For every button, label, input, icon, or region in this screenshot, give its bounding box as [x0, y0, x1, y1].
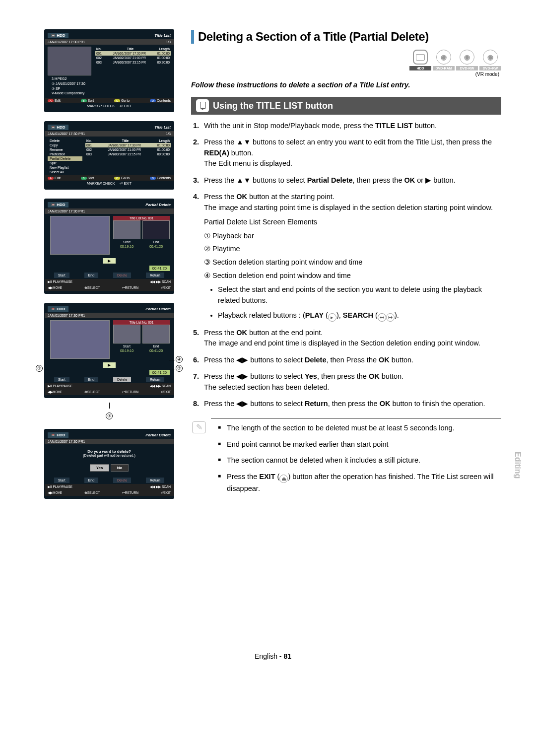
disc-dvd-rw: ◉DVD-RW: [456, 50, 478, 70]
step-1: With the unit in Stop mode/Playback mode…: [193, 121, 501, 131]
screenshot-delete-confirm: 📼 HDDPartial Delete JAN/01/2007 17:30 PR…: [45, 429, 174, 498]
page-footer: English - 81: [45, 652, 501, 660]
page-title: Deleting a Section of a Title (Partial D…: [191, 30, 501, 44]
screen-elements-list: ① Playback bar ② Playtime ③ Section dele…: [204, 230, 501, 282]
main-content: Deleting a Section of a Title (Partial D…: [191, 30, 501, 508]
section-side-label: Editing: [513, 452, 522, 479]
step-7: Press the ◀▶ buttons to select Yes, then…: [193, 371, 501, 393]
screenshot-partial-delete-start: 📼 HDDPartial Delete JAN/01/2007 17:30 PR…: [45, 199, 174, 293]
sub-heading-title-list-button: Using the TITLE LIST button: [191, 97, 501, 115]
step-3: Press the ▲▼ buttons to select Partial D…: [193, 175, 501, 186]
screenshot-partial-delete-labeled: 📼 HDDPartial Delete JAN/01/2007 17:30 PR…: [45, 303, 174, 398]
disc-dvd-ram: ◉DVD-RAM: [433, 50, 455, 70]
search-back-icon: ↤: [378, 313, 386, 322]
step-4: Press the OK button at the starting poin…: [193, 192, 501, 321]
vr-mode-label: (VR mode): [191, 71, 501, 77]
step-8: Press the ◀▶ buttons to select Return, t…: [193, 399, 501, 409]
note-4: Press the EXIT (⏏) button after the oper…: [218, 471, 501, 494]
step-4-bullets: Select the start and end points of the s…: [218, 284, 501, 322]
play-icon: ▸: [328, 313, 336, 322]
screen-elements-caption: Partial Delete List Screen Elements: [204, 217, 501, 227]
exit-icon: ⏏: [279, 475, 288, 483]
screenshot-title-list: 📼 HDDTitle List JAN/01/2007 17:30 PR11/3…: [45, 30, 174, 112]
step-2: Press the ▲▼ buttons to select an entry …: [193, 137, 501, 169]
step-6: Press the ◀▶ buttons to select Delete, t…: [193, 355, 501, 365]
left-illustrations: 📼 HDDTitle List JAN/01/2007 17:30 PR11/3…: [45, 30, 174, 508]
intro-text: Follow these instructions to delete a se…: [191, 81, 501, 89]
note-1: The length of the section to be deleted …: [218, 422, 501, 433]
notes-section: ✎ The length of the section to be delete…: [191, 418, 501, 494]
disc-dvd-plus-rw: ◉DVD+RW: [479, 50, 501, 70]
remote-icon: [196, 99, 209, 112]
disc-hdd: HDD: [409, 50, 431, 70]
step-5: Press the OK button at the end point.The…: [193, 328, 501, 349]
notes-icon: ✎: [192, 421, 206, 433]
screenshot-edit-menu: 📼 HDDTitle List JAN/01/2007 17:30 PR11/3…: [45, 122, 174, 189]
search-fwd-icon: ↦: [386, 313, 395, 322]
note-2: End point cannot be marked earlier than …: [218, 439, 501, 450]
note-3: The section cannot be deleted when it in…: [218, 455, 501, 466]
steps-list: With the unit in Stop mode/Playback mode…: [191, 121, 501, 409]
supported-discs-row: HDD ◉DVD-RAM ◉DVD-RW ◉DVD+RW: [191, 50, 501, 70]
